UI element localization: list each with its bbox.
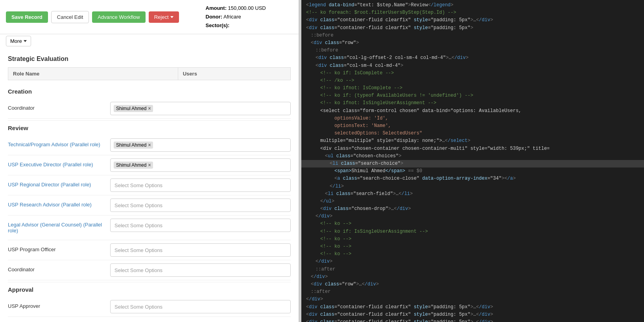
- more-row: More: [0, 34, 299, 50]
- reject-button[interactable]: Reject: [149, 11, 179, 23]
- reject-caret-icon: [170, 16, 173, 18]
- table-row: USP Research Advisor (Parallel role) Sel…: [8, 195, 291, 215]
- role-table: Role Name Users: [8, 67, 291, 80]
- code-line: <li class="search-choice">: [301, 160, 644, 167]
- save-record-button[interactable]: Save Record: [6, 11, 48, 23]
- role-label: USP Regional Director (Parallel role): [8, 178, 110, 191]
- section-review: Review: [8, 125, 291, 131]
- col-header-users: Users: [178, 68, 290, 80]
- code-line: multiple="multiple" style="display: none…: [301, 137, 644, 145]
- remove-tag-icon[interactable]: ×: [148, 162, 151, 168]
- table-row: USP Approver Select Some Options: [8, 297, 291, 317]
- code-line: <span>Shimul Ahmed</span> == $0: [301, 167, 644, 175]
- code-line: </li>: [301, 183, 644, 190]
- code-line: <div class="container-fluid clearfix" st…: [301, 304, 644, 311]
- code-line: <li class="search-field">…</li>: [301, 190, 644, 198]
- code-line: <div class="container-fluid clearfix" st…: [301, 17, 644, 24]
- code-line: </div>: [301, 258, 644, 265]
- code-line: <!-- ko foreach: $root.filterUsersByStep…: [301, 9, 644, 17]
- info-block: Amount: 150,000.00 USD Donor: Africare S…: [206, 4, 266, 30]
- code-line: <div class="container-fluid clearfix" st…: [301, 318, 644, 322]
- code-line: <!-- ko ifnot: IsSingleUserAssignment --…: [301, 99, 644, 107]
- program-officer-input[interactable]: Select Some Options: [110, 243, 291, 257]
- role-label: USP Program Officer: [8, 243, 110, 256]
- code-line: <div class="chosen-container chosen-cont…: [301, 145, 644, 153]
- code-line: </ul>: [301, 198, 644, 205]
- toolbar: Save Record Cancel Edit Advance Workflow…: [0, 0, 299, 34]
- code-line: </div>: [301, 296, 644, 303]
- more-caret-icon: [24, 40, 27, 42]
- cancel-edit-button[interactable]: Cancel Edit: [51, 11, 89, 23]
- role-label: USP Executive Director (Parallel role): [8, 158, 110, 171]
- placeholder-research-advisor[interactable]: Select Some Options: [110, 199, 291, 212]
- usp-approver-input[interactable]: Select Some Options: [110, 300, 291, 313]
- table-row: Coordinator Select Some Options: [8, 260, 291, 280]
- tag-shimul-ahmed-coord: Shimul Ahmed ×: [114, 105, 153, 112]
- code-line: <div class="container-fluid clearfix" st…: [301, 24, 644, 32]
- code-line: <!-- ko -->: [301, 250, 644, 258]
- code-line: <ul class="chosen-choices">: [301, 153, 644, 160]
- code-line: <a class="search-choice-close" data-opti…: [301, 175, 644, 182]
- code-line: <div class="row">: [301, 39, 644, 47]
- code-line: <!-- ko -->: [301, 220, 644, 228]
- code-line: <div class="row">…</div>: [301, 281, 644, 288]
- research-advisor-input[interactable]: Select Some Options: [110, 199, 291, 212]
- exec-director-input[interactable]: Shimul Ahmed ×: [110, 158, 291, 172]
- tag-shimul-ahmed-exec: Shimul Ahmed ×: [114, 162, 153, 169]
- table-row: USP Executive Director (Parallel role) S…: [8, 155, 291, 175]
- placeholder-program-officer[interactable]: Select Some Options: [110, 243, 291, 257]
- regional-director-input[interactable]: Select Some Options: [110, 178, 291, 192]
- role-label: USP Research Advisor (Parallel role): [8, 199, 110, 211]
- remove-tag-icon[interactable]: ×: [148, 142, 151, 148]
- code-line: <!-- ko -->: [301, 236, 644, 243]
- code-line: <!-- ko -->: [301, 243, 644, 250]
- placeholder-usp-approver[interactable]: Select Some Options: [110, 300, 291, 313]
- code-line: <!-- ko ifnot: IsComplete -->: [301, 85, 644, 92]
- placeholder-coordinator-review[interactable]: Select Some Options: [110, 263, 291, 277]
- role-label: USP Approver: [8, 300, 110, 312]
- code-panel[interactable]: <legend data-bind="text: $step.Name">Rev…: [301, 0, 644, 322]
- coordinator-review-input[interactable]: Select Some Options: [110, 263, 291, 277]
- role-label: Technical/Program Advisor (Parallel role…: [8, 138, 110, 151]
- remove-tag-icon[interactable]: ×: [148, 106, 151, 111]
- code-line: ::after: [301, 266, 644, 273]
- code-line: <div class="col-sm-4 col-md-4">: [301, 62, 644, 70]
- code-line: selectedOptions: SelectedUsers": [301, 130, 644, 137]
- tag-input-coordinator[interactable]: Shimul Ahmed ×: [110, 102, 291, 115]
- code-line: <div class="container-fluid clearfix" st…: [301, 311, 644, 318]
- left-panel: Save Record Cancel Edit Advance Workflow…: [0, 0, 299, 322]
- role-label: Legal Advisor (General Counsel) (Paralle…: [8, 219, 110, 237]
- placeholder-legal-advisor[interactable]: Select Some Options: [110, 219, 291, 232]
- table-row: Technical/Program Advisor (Parallel role…: [8, 135, 291, 155]
- code-line: <!-- ko if: (typeof AvailableUsers != 'u…: [301, 92, 644, 99]
- table-row: Coordinator Shimul Ahmed ×: [8, 99, 291, 119]
- col-header-role: Role Name: [8, 68, 178, 80]
- code-line: <legend data-bind="text: $step.Name">Rev…: [301, 2, 644, 9]
- code-line: <div class="col-lg-offset-2 col-sm-4 col…: [301, 54, 644, 62]
- tag-input-tech-advisor[interactable]: Shimul Ahmed ×: [110, 138, 291, 152]
- table-row: USP Program Officer Select Some Options: [8, 240, 291, 260]
- code-line: <!-- ko if: IsComplete -->: [301, 70, 644, 77]
- code-line: ::before: [301, 47, 644, 54]
- tag-shimul-ahmed-tech: Shimul Ahmed ×: [114, 142, 153, 149]
- role-label: Coordinator: [8, 263, 110, 276]
- legal-advisor-input[interactable]: Select Some Options: [110, 219, 291, 232]
- code-line: ::before: [301, 32, 644, 39]
- code-line: optionsValue: 'Id',: [301, 115, 644, 122]
- coordinator-input[interactable]: Shimul Ahmed ×: [110, 102, 291, 115]
- code-line: <select class="form-control chosen" data…: [301, 107, 644, 115]
- section-creation: Creation: [8, 88, 291, 95]
- code-line: <div class="chosen-drop">…</div>: [301, 205, 644, 213]
- code-line: <!-- /ko -->: [301, 77, 644, 85]
- tech-advisor-input[interactable]: Shimul Ahmed ×: [110, 138, 291, 152]
- more-button[interactable]: More: [6, 36, 31, 46]
- code-line: </div>: [301, 273, 644, 281]
- tag-input-exec-director[interactable]: Shimul Ahmed ×: [110, 158, 291, 172]
- role-label: Coordinator: [8, 102, 110, 114]
- placeholder-regional-director[interactable]: Select Some Options: [110, 178, 291, 192]
- table-row: USP Regional Director (Parallel role) Se…: [8, 175, 291, 195]
- advance-workflow-button[interactable]: Advance Workflow: [92, 11, 145, 23]
- table-row: Legal Advisor (General Counsel) (Paralle…: [8, 215, 291, 240]
- section-approval: Approval: [8, 286, 291, 293]
- code-line: ::after: [301, 288, 644, 296]
